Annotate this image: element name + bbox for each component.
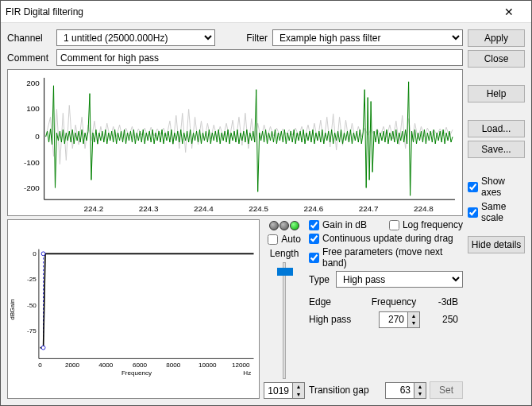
continuous-update-checkbox[interactable]: Continuous update during drag — [309, 233, 463, 244]
svg-text:6000: 6000 — [133, 362, 148, 369]
status-light-1 — [269, 221, 279, 230]
svg-text:224.6: 224.6 — [304, 204, 324, 213]
svg-point-31 — [41, 252, 45, 256]
log-freq-checkbox[interactable]: Log frequency — [389, 219, 463, 230]
filter-select[interactable]: Example high pass filter — [272, 29, 463, 46]
edge-name: High pass — [309, 314, 368, 325]
apply-button[interactable]: Apply — [468, 29, 525, 47]
svg-text:Gain: Gain — [9, 299, 16, 312]
load-button[interactable]: Load... — [468, 120, 525, 137]
length-label: Length — [270, 248, 299, 259]
save-button[interactable]: Save... — [468, 141, 525, 158]
edge-header: Edge — [309, 296, 368, 307]
close-button[interactable]: Close — [468, 50, 525, 68]
svg-point-32 — [41, 346, 45, 350]
svg-text:dB: dB — [9, 312, 16, 320]
status-lights — [269, 221, 299, 230]
svg-text:-200: -200 — [24, 184, 40, 192]
svg-text:224.5: 224.5 — [249, 204, 268, 213]
type-label: Type — [309, 274, 333, 285]
close-icon[interactable]: ✕ — [492, 2, 526, 21]
svg-text:0: 0 — [38, 362, 42, 369]
svg-text:224.2: 224.2 — [84, 204, 104, 213]
svg-text:224.8: 224.8 — [414, 204, 434, 213]
svg-text:-100: -100 — [24, 158, 40, 167]
svg-text:0: 0 — [35, 132, 40, 141]
svg-text:-75: -75 — [27, 327, 37, 334]
same-scale-checkbox[interactable]: Same scale — [468, 201, 525, 223]
svg-text:4000: 4000 — [98, 362, 114, 369]
filter-label: Filter — [246, 33, 268, 44]
channel-select[interactable]: 1 untitled (25000.000Hz) — [56, 29, 215, 46]
svg-text:200: 200 — [26, 79, 40, 87]
window-title: FIR Digital filtering — [6, 6, 492, 17]
show-axes-checkbox[interactable]: Show axes — [468, 176, 525, 198]
edge-table: Edge Frequency -3dB High pass ▲▼ — [309, 293, 463, 328]
length-slider[interactable] — [275, 262, 294, 379]
auto-checkbox[interactable]: Auto — [268, 234, 301, 245]
frequency-spin[interactable]: ▲▼ — [379, 311, 420, 328]
comment-label: Comment — [7, 52, 52, 64]
frequency-header: Frequency — [372, 296, 417, 307]
status-light-2 — [279, 221, 289, 230]
svg-text:224.3: 224.3 — [139, 204, 159, 213]
svg-text:-50: -50 — [27, 302, 37, 309]
svg-text:2000: 2000 — [65, 362, 80, 369]
hide-details-button[interactable]: Hide details — [468, 236, 525, 253]
minus3db-header: -3dB — [420, 296, 458, 307]
channel-label: Channel — [7, 33, 52, 44]
help-button[interactable]: Help — [468, 85, 525, 102]
type-select[interactable]: High pass — [336, 271, 463, 288]
svg-text:224.4: 224.4 — [194, 204, 214, 213]
svg-text:Hz: Hz — [243, 369, 251, 377]
transition-gap-label: Transition gap — [309, 385, 369, 396]
free-params-checkbox[interactable]: Free parameters (move next band) — [309, 246, 463, 269]
set-button[interactable]: Set — [430, 381, 463, 399]
status-light-3 — [290, 221, 299, 230]
gain-db-checkbox[interactable]: Gain in dB — [309, 219, 367, 230]
status-lights-column: Auto Length ▲▼ — [264, 219, 304, 399]
dialog-window: FIR Digital filtering ✕ Channel 1 untitl… — [0, 0, 532, 406]
gain-chart: 0 -25 -50 -75 Gain dB 0 2000 4000 — [7, 219, 260, 399]
length-spin[interactable]: ▲▼ — [264, 382, 305, 399]
svg-text:10000: 10000 — [199, 362, 217, 369]
svg-text:100: 100 — [26, 104, 40, 113]
comment-input[interactable] — [56, 49, 463, 66]
svg-text:-25: -25 — [27, 276, 37, 283]
table-row: High pass ▲▼ 250 — [309, 311, 463, 328]
minus3db-value: 250 — [420, 314, 458, 325]
svg-text:224.7: 224.7 — [359, 204, 379, 213]
svg-text:Frequency: Frequency — [121, 369, 152, 377]
titlebar: FIR Digital filtering ✕ — [1, 1, 531, 23]
transition-gap-spin[interactable]: ▲▼ — [385, 382, 426, 399]
svg-text:12000: 12000 — [232, 362, 250, 369]
svg-text:0: 0 — [33, 250, 37, 257]
svg-text:8000: 8000 — [166, 362, 181, 369]
waveform-chart: 200 100 0 -100 -200 224.2 224.3 224.4 22… — [7, 69, 463, 216]
